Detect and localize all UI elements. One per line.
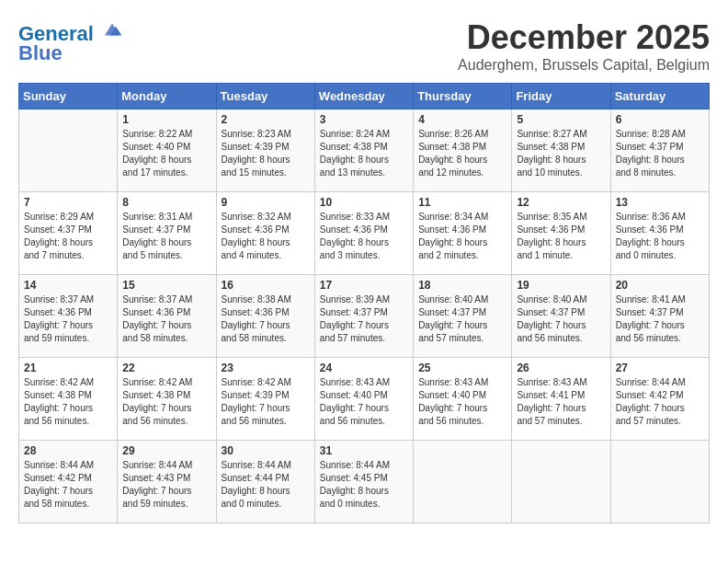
day-info: Sunrise: 8:44 AM Sunset: 4:45 PM Dayligh… — [320, 459, 408, 511]
day-info: Sunrise: 8:40 AM Sunset: 4:37 PM Dayligh… — [517, 293, 605, 345]
day-info: Sunrise: 8:24 AM Sunset: 4:38 PM Dayligh… — [320, 128, 408, 179]
calendar-cell: 12Sunrise: 8:35 AM Sunset: 4:36 PM Dayli… — [512, 192, 610, 275]
calendar-cell: 11Sunrise: 8:34 AM Sunset: 4:36 PM Dayli… — [414, 192, 512, 275]
calendar-cell: 29Sunrise: 8:44 AM Sunset: 4:43 PM Dayli… — [118, 441, 216, 523]
day-info: Sunrise: 8:35 AM Sunset: 4:36 PM Dayligh… — [517, 211, 605, 262]
calendar-cell — [512, 441, 610, 523]
calendar-cell: 14Sunrise: 8:37 AM Sunset: 4:36 PM Dayli… — [19, 275, 118, 358]
day-info: Sunrise: 8:44 AM Sunset: 4:42 PM Dayligh… — [616, 376, 704, 428]
day-info: Sunrise: 8:42 AM Sunset: 4:38 PM Dayligh… — [24, 376, 112, 428]
day-info: Sunrise: 8:28 AM Sunset: 4:37 PM Dayligh… — [616, 128, 704, 179]
day-header-tuesday: Tuesday — [216, 84, 314, 109]
calendar-cell: 28Sunrise: 8:44 AM Sunset: 4:42 PM Dayli… — [19, 441, 118, 523]
calendar-cell: 30Sunrise: 8:44 AM Sunset: 4:44 PM Dayli… — [216, 441, 314, 523]
calendar-cell: 25Sunrise: 8:43 AM Sunset: 4:40 PM Dayli… — [414, 358, 512, 441]
day-number: 13 — [616, 196, 704, 209]
day-info: Sunrise: 8:43 AM Sunset: 4:40 PM Dayligh… — [418, 376, 506, 428]
day-number: 20 — [616, 279, 704, 292]
location: Auderghem, Brussels Capital, Belgium — [458, 57, 710, 74]
day-info: Sunrise: 8:41 AM Sunset: 4:37 PM Dayligh… — [616, 293, 704, 345]
day-info: Sunrise: 8:32 AM Sunset: 4:36 PM Dayligh… — [222, 211, 310, 262]
calendar-week-row: 1Sunrise: 8:22 AM Sunset: 4:40 PM Daylig… — [19, 109, 710, 192]
calendar-cell — [19, 109, 118, 192]
day-header-friday: Friday — [512, 84, 610, 109]
day-info: Sunrise: 8:39 AM Sunset: 4:37 PM Dayligh… — [320, 293, 408, 345]
day-info: Sunrise: 8:37 AM Sunset: 4:36 PM Dayligh… — [122, 293, 210, 345]
calendar-cell: 3Sunrise: 8:24 AM Sunset: 4:38 PM Daylig… — [314, 109, 413, 192]
day-info: Sunrise: 8:43 AM Sunset: 4:40 PM Dayligh… — [320, 376, 408, 428]
day-number: 26 — [517, 362, 605, 374]
day-number: 10 — [320, 196, 408, 209]
calendar-cell: 18Sunrise: 8:40 AM Sunset: 4:37 PM Dayli… — [414, 275, 512, 358]
calendar-cell: 4Sunrise: 8:26 AM Sunset: 4:38 PM Daylig… — [414, 109, 512, 192]
day-number: 29 — [122, 444, 210, 457]
calendar-cell: 5Sunrise: 8:27 AM Sunset: 4:38 PM Daylig… — [512, 109, 610, 192]
day-info: Sunrise: 8:42 AM Sunset: 4:38 PM Dayligh… — [122, 376, 210, 428]
day-number: 3 — [320, 113, 408, 126]
day-number: 18 — [418, 279, 506, 292]
day-info: Sunrise: 8:26 AM Sunset: 4:38 PM Dayligh… — [418, 128, 506, 179]
calendar-cell: 6Sunrise: 8:28 AM Sunset: 4:37 PM Daylig… — [610, 109, 709, 192]
day-number: 25 — [418, 362, 506, 374]
calendar-cell: 22Sunrise: 8:42 AM Sunset: 4:38 PM Dayli… — [118, 358, 216, 441]
day-number: 19 — [517, 279, 605, 292]
day-number: 22 — [122, 362, 210, 374]
calendar-cell: 10Sunrise: 8:33 AM Sunset: 4:36 PM Dayli… — [314, 192, 413, 275]
day-number: 31 — [320, 444, 408, 457]
day-number: 11 — [418, 196, 506, 209]
calendar-cell: 1Sunrise: 8:22 AM Sunset: 4:40 PM Daylig… — [118, 109, 216, 192]
day-info: Sunrise: 8:23 AM Sunset: 4:39 PM Dayligh… — [222, 128, 310, 179]
day-info: Sunrise: 8:44 AM Sunset: 4:42 PM Dayligh… — [24, 459, 112, 511]
day-number: 8 — [122, 196, 210, 209]
calendar-week-row: 21Sunrise: 8:42 AM Sunset: 4:38 PM Dayli… — [19, 358, 710, 441]
day-number: 23 — [222, 362, 310, 374]
day-number: 7 — [24, 196, 112, 209]
day-info: Sunrise: 8:37 AM Sunset: 4:36 PM Dayligh… — [24, 293, 112, 345]
calendar-cell — [414, 441, 512, 523]
day-info: Sunrise: 8:22 AM Sunset: 4:40 PM Dayligh… — [122, 128, 210, 179]
day-info: Sunrise: 8:33 AM Sunset: 4:36 PM Dayligh… — [320, 211, 408, 262]
calendar-cell: 15Sunrise: 8:37 AM Sunset: 4:36 PM Dayli… — [118, 275, 216, 358]
day-info: Sunrise: 8:43 AM Sunset: 4:41 PM Dayligh… — [517, 376, 605, 428]
month-title: December 2025 — [458, 18, 710, 57]
day-number: 5 — [517, 113, 605, 126]
calendar-cell: 2Sunrise: 8:23 AM Sunset: 4:39 PM Daylig… — [216, 109, 314, 192]
day-header-wednesday: Wednesday — [314, 84, 413, 109]
day-number: 4 — [418, 113, 506, 126]
calendar-cell: 9Sunrise: 8:32 AM Sunset: 4:36 PM Daylig… — [216, 192, 314, 275]
calendar-header-row: SundayMondayTuesdayWednesdayThursdayFrid… — [19, 84, 710, 109]
calendar-cell: 27Sunrise: 8:44 AM Sunset: 4:42 PM Dayli… — [610, 358, 709, 441]
calendar-week-row: 7Sunrise: 8:29 AM Sunset: 4:37 PM Daylig… — [19, 192, 710, 275]
day-number: 21 — [24, 362, 112, 374]
day-info: Sunrise: 8:42 AM Sunset: 4:39 PM Dayligh… — [222, 376, 310, 428]
title-block: December 2025 Auderghem, Brussels Capita… — [458, 18, 710, 74]
day-info: Sunrise: 8:34 AM Sunset: 4:36 PM Dayligh… — [418, 211, 506, 262]
calendar-cell: 13Sunrise: 8:36 AM Sunset: 4:36 PM Dayli… — [610, 192, 709, 275]
calendar-cell: 24Sunrise: 8:43 AM Sunset: 4:40 PM Dayli… — [314, 358, 413, 441]
calendar-cell: 20Sunrise: 8:41 AM Sunset: 4:37 PM Dayli… — [610, 275, 709, 358]
day-number: 17 — [320, 279, 408, 292]
calendar-table: SundayMondayTuesdayWednesdayThursdayFrid… — [18, 83, 710, 523]
day-number: 24 — [320, 362, 408, 374]
day-info: Sunrise: 8:29 AM Sunset: 4:37 PM Dayligh… — [24, 211, 112, 262]
calendar-cell: 26Sunrise: 8:43 AM Sunset: 4:41 PM Dayli… — [512, 358, 610, 441]
day-number: 1 — [122, 113, 210, 126]
calendar-cell: 31Sunrise: 8:44 AM Sunset: 4:45 PM Dayli… — [314, 441, 413, 523]
calendar-cell: 21Sunrise: 8:42 AM Sunset: 4:38 PM Dayli… — [19, 358, 118, 441]
day-info: Sunrise: 8:31 AM Sunset: 4:37 PM Dayligh… — [122, 211, 210, 262]
calendar-cell: 17Sunrise: 8:39 AM Sunset: 4:37 PM Dayli… — [314, 275, 413, 358]
day-header-monday: Monday — [118, 84, 216, 109]
day-info: Sunrise: 8:38 AM Sunset: 4:36 PM Dayligh… — [222, 293, 310, 345]
day-info: Sunrise: 8:40 AM Sunset: 4:37 PM Dayligh… — [418, 293, 506, 345]
logo-icon — [101, 18, 123, 40]
calendar-cell: 7Sunrise: 8:29 AM Sunset: 4:37 PM Daylig… — [19, 192, 118, 275]
day-number: 14 — [24, 279, 112, 292]
day-number: 27 — [616, 362, 704, 374]
day-number: 2 — [222, 113, 310, 126]
day-header-sunday: Sunday — [19, 84, 118, 109]
day-number: 9 — [222, 196, 310, 209]
calendar-cell: 23Sunrise: 8:42 AM Sunset: 4:39 PM Dayli… — [216, 358, 314, 441]
logo: General Blue — [18, 18, 123, 65]
day-info: Sunrise: 8:27 AM Sunset: 4:38 PM Dayligh… — [517, 128, 605, 179]
page-header: General Blue December 2025 Auderghem, Br… — [18, 18, 710, 74]
